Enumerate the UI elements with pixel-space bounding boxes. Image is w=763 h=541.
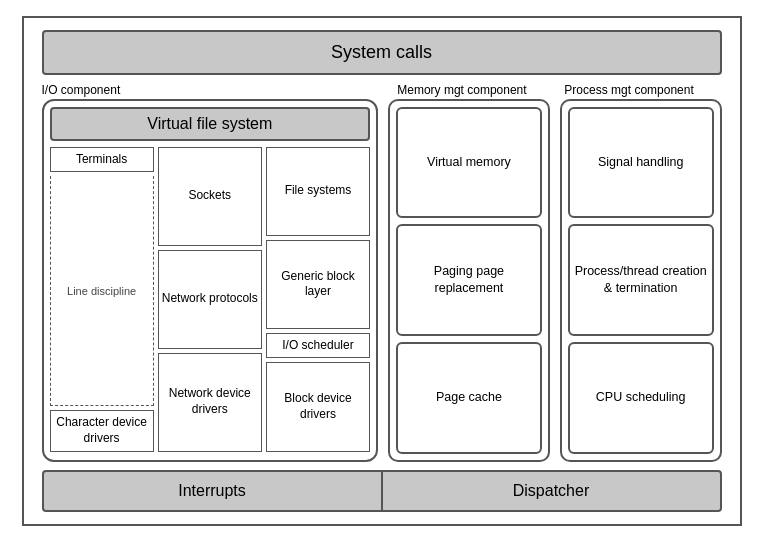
io-component: Virtual file system Terminals Line disci…: [42, 99, 379, 462]
memory-component-label: Memory mgt component: [397, 83, 554, 97]
process-component-label: Process mgt component: [564, 83, 721, 97]
network-device-drivers-label: Network device drivers: [162, 386, 258, 417]
process-thread-box: Process/thread creation & termination: [568, 224, 714, 336]
memory-component: Virtual memory Paging page replacement P…: [388, 99, 550, 462]
io-scheduler-box: I/O scheduler: [266, 333, 370, 359]
process-component: Signal handling Process/thread creation …: [560, 99, 722, 462]
block-device-drivers-box: Block device drivers: [266, 362, 370, 451]
io-col-left: Terminals Line discipline Character devi…: [50, 147, 154, 452]
cpu-scheduling-box: CPU scheduling: [568, 342, 714, 454]
network-protocols-box: Network protocols: [158, 250, 262, 349]
system-calls-label: System calls: [331, 42, 432, 62]
cpu-scheduling-label: CPU scheduling: [596, 389, 686, 407]
vfs-label: Virtual file system: [147, 115, 272, 132]
terminals-box: Terminals: [50, 147, 154, 173]
virtual-memory-label: Virtual memory: [427, 154, 511, 172]
dispatcher-label: Dispatcher: [513, 482, 589, 499]
virtual-memory-box: Virtual memory: [396, 107, 542, 219]
io-col-mid: Sockets Network protocols Network device…: [158, 147, 262, 452]
io-component-label: I/O component: [42, 83, 388, 97]
vfs-box: Virtual file system: [50, 107, 371, 141]
generic-block-layer-box: Generic block layer: [266, 240, 370, 329]
block-device-drivers-label: Block device drivers: [270, 391, 366, 422]
network-protocols-label: Network protocols: [162, 291, 258, 307]
interrupts-label: Interrupts: [178, 482, 246, 499]
io-col-right: File systems Generic block layer I/O sch…: [266, 147, 370, 452]
char-device-drivers-label: Character device drivers: [54, 415, 150, 446]
dispatcher-box: Dispatcher: [383, 472, 720, 510]
paging-label: Paging page replacement: [402, 263, 536, 298]
paging-replacement-box: Paging page replacement: [396, 224, 542, 336]
char-device-drivers-box: Character device drivers: [50, 410, 154, 451]
signal-handling-box: Signal handling: [568, 107, 714, 219]
signal-handling-label: Signal handling: [598, 154, 684, 172]
sockets-label: Sockets: [188, 188, 231, 204]
process-thread-label: Process/thread creation & termination: [574, 263, 708, 298]
bottom-bar: Interrupts Dispatcher: [42, 470, 722, 512]
network-device-drivers-box: Network device drivers: [158, 353, 262, 452]
line-discipline-label: Line discipline: [67, 285, 136, 297]
file-systems-label: File systems: [285, 183, 352, 199]
generic-block-layer-label: Generic block layer: [270, 269, 366, 300]
main-content: Virtual file system Terminals Line disci…: [24, 99, 740, 462]
page-cache-box: Page cache: [396, 342, 542, 454]
system-calls-box: System calls: [42, 30, 722, 75]
main-diagram: System calls I/O component Memory mgt co…: [22, 16, 742, 526]
component-labels-row: I/O component Memory mgt component Proce…: [24, 83, 740, 97]
sockets-box: Sockets: [158, 147, 262, 246]
interrupts-box: Interrupts: [44, 472, 383, 510]
page-cache-label: Page cache: [436, 389, 502, 407]
io-scheduler-label: I/O scheduler: [282, 338, 353, 354]
io-inner-grid: Terminals Line discipline Character devi…: [50, 147, 371, 452]
line-discipline-box: Line discipline: [50, 176, 154, 406]
terminals-label: Terminals: [76, 152, 127, 168]
file-systems-box: File systems: [266, 147, 370, 236]
